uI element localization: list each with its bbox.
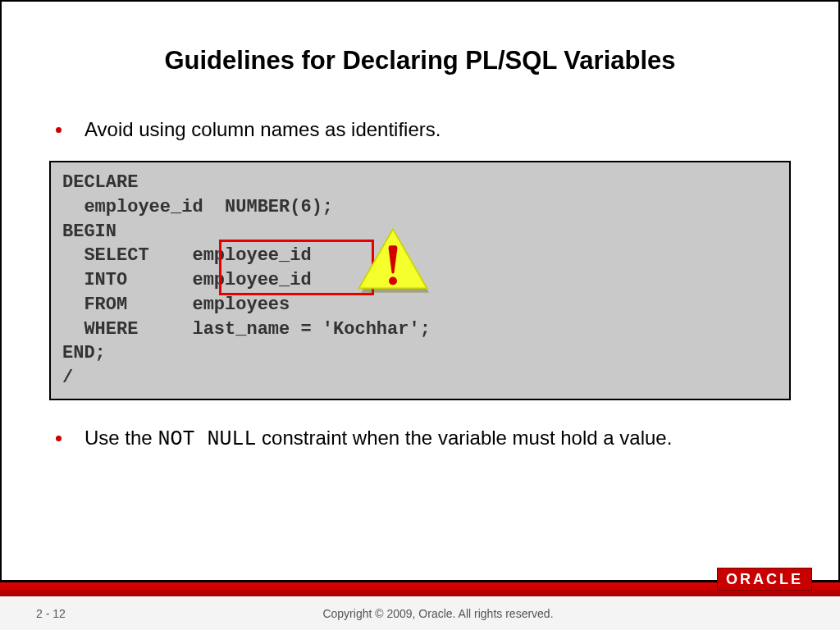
slide: Guidelines for Declaring PL/SQL Variable…: [0, 0, 840, 630]
code-line: SELECT employee_id: [62, 244, 778, 268]
footer-strip: 2 - 12 Copyright © 2009, Oracle. All rig…: [0, 596, 840, 630]
inline-code: NOT NULL: [158, 427, 256, 451]
code-line: FROM employees: [62, 293, 778, 317]
bullet-text-post: constraint when the variable must hold a…: [256, 427, 672, 449]
code-line: DECLARE: [62, 171, 778, 195]
bullet-text: Avoid using column names as identifiers.: [84, 116, 791, 143]
code-line: BEGIN: [62, 220, 778, 244]
code-line: INTO employee_id: [62, 268, 778, 293]
bullet-text: Use the NOT NULL constraint when the var…: [84, 425, 791, 454]
bullet-text-pre: Use the: [84, 427, 158, 449]
copyright-text: Copyright © 2009, Oracle. All rights res…: [151, 607, 725, 620]
slide-content: Avoid using column names as identifiers.…: [0, 75, 840, 453]
code-line: WHERE last_name = 'Kochhar';: [62, 317, 778, 342]
oracle-logo: ORACLE: [717, 568, 812, 591]
bullet-item: Use the NOT NULL constraint when the var…: [49, 425, 791, 454]
bullet-dot-icon: [56, 127, 62, 133]
code-block: DECLARE employee_id NUMBER(6); BEGIN SEL…: [49, 161, 791, 399]
slide-title: Guidelines for Declaring PL/SQL Variable…: [0, 0, 840, 75]
code-line: employee_id NUMBER(6);: [62, 195, 778, 220]
footer-red-bar: [0, 580, 840, 596]
bullet-dot-icon: [56, 436, 62, 441]
code-line: END;: [62, 341, 778, 366]
code-line: /: [62, 366, 778, 390]
page-number: 2 - 12: [0, 607, 151, 620]
bullet-item: Avoid using column names as identifiers.: [49, 116, 791, 143]
